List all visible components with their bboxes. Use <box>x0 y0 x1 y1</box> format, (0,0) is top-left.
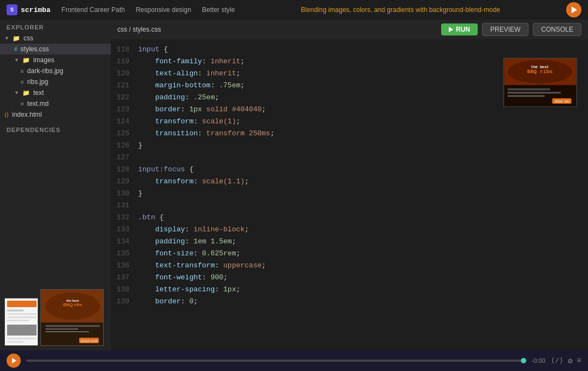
svg-rect-16 <box>45 331 89 332</box>
time-label: -0:00 <box>532 357 545 364</box>
line-code[interactable] <box>138 200 588 212</box>
line-number: 123 <box>111 104 138 116</box>
settings-icon[interactable]: ⚙ <box>568 356 572 366</box>
svg-rect-6 <box>7 325 37 336</box>
line-code[interactable]: letter-spacing: 1px; <box>138 284 588 296</box>
sidebar: EXPLORER ▼ 📁 css # styles.css ▼ 📁 images… <box>0 20 111 350</box>
line-number: 126 <box>111 140 138 152</box>
preview-thumbnail: the best BBQ ribs ORDER NOW <box>503 58 577 107</box>
svg-rect-2 <box>7 309 23 312</box>
nav-item-style[interactable]: Better style <box>202 6 235 14</box>
progress-indicator <box>521 358 526 363</box>
line-number: 139 <box>111 296 138 308</box>
code-line: 118input { <box>111 44 588 56</box>
chevron-down-icon: ▼ <box>14 57 19 63</box>
run-button[interactable]: RUN <box>441 23 478 35</box>
svg-text:BBQ ribs: BBQ ribs <box>63 302 82 307</box>
bottom-bar: -0:00 ⟨/⟩ ⚙ ≡ <box>0 350 588 371</box>
editor-toolbar: css / styles.css RUN PREVIEW CONSOLE <box>111 20 588 39</box>
sidebar-item-text-folder[interactable]: ▼ 📁 text <box>0 87 111 98</box>
svg-rect-25 <box>507 92 561 94</box>
sidebar-item-text-md[interactable]: ≡ text.md <box>0 98 111 109</box>
line-code[interactable]: padding: 1em 1.5em; <box>138 236 588 248</box>
line-number: 133 <box>111 224 138 236</box>
line-code[interactable]: text-transform: uppercase; <box>138 260 588 272</box>
logo-text: scrimba <box>21 6 51 14</box>
code-line: 139 border: 0; <box>111 296 588 308</box>
code-line: 136 text-transform: uppercase; <box>111 260 588 272</box>
line-number: 135 <box>111 248 138 260</box>
line-code[interactable]: transform: scale(1); <box>138 116 588 128</box>
chevron-down-icon: ▼ <box>14 90 19 95</box>
line-number: 120 <box>111 68 138 80</box>
line-code[interactable]: transform: scale(1.1); <box>138 176 588 188</box>
svg-rect-3 <box>7 313 37 315</box>
play-button-bottom[interactable] <box>7 354 21 368</box>
line-code[interactable] <box>138 152 588 164</box>
bottom-icons: ⟨/⟩ ⚙ ≡ <box>551 356 581 366</box>
line-number: 129 <box>111 176 138 188</box>
code-line: 133 display: inline-block; <box>111 224 588 236</box>
code-icon[interactable]: ⟨/⟩ <box>551 356 563 365</box>
line-number: 121 <box>111 80 138 92</box>
code-line: 128input:focus { <box>111 164 588 176</box>
line-number: 130 <box>111 188 138 200</box>
nav-item-responsive[interactable]: Responsive design <box>136 6 191 14</box>
preview-thumb-main[interactable]: the best BBQ ribs ORDER NOW <box>40 289 104 346</box>
nav-item-frontend[interactable]: Frontend Career Path <box>62 6 125 14</box>
svg-rect-5 <box>7 320 29 321</box>
chevron-down-icon: ▼ <box>4 35 9 41</box>
line-number: 124 <box>111 116 138 128</box>
line-code[interactable]: border: 0; <box>138 296 588 308</box>
line-code[interactable]: } <box>138 140 588 152</box>
file-styles-label: styles.css <box>21 45 49 53</box>
run-arrow-icon <box>449 27 453 32</box>
breadcrumb-sep: / <box>129 26 133 33</box>
progress-bar[interactable] <box>26 360 526 362</box>
line-code[interactable]: font-weight: 900; <box>138 272 588 284</box>
console-button[interactable]: CONSOLE <box>533 23 581 36</box>
svg-rect-24 <box>507 88 550 91</box>
file-index-label: index.html <box>12 111 42 118</box>
logo[interactable]: S scrimba <box>7 4 51 15</box>
folder-icon: 📁 <box>22 57 30 64</box>
top-play-button[interactable] <box>566 2 581 17</box>
preview-button[interactable]: PREVIEW <box>482 23 528 36</box>
sidebar-item-index-html[interactable]: ⟨⟩ index.html <box>0 109 111 120</box>
line-number: 118 <box>111 44 138 56</box>
line-number: 132 <box>111 212 138 224</box>
line-number: 131 <box>111 200 138 212</box>
line-code[interactable]: display: inline-block; <box>138 224 588 236</box>
css-file-icon: # <box>14 46 17 52</box>
svg-rect-7 <box>7 338 37 339</box>
line-code[interactable]: input { <box>138 44 588 56</box>
sidebar-item-css-folder[interactable]: ▼ 📁 css <box>0 33 111 44</box>
line-code[interactable]: } <box>138 188 588 200</box>
svg-text:ORDER NOW: ORDER NOW <box>80 339 98 343</box>
sidebar-item-ribs[interactable]: ≡ ribs.jpg <box>0 76 111 87</box>
line-number: 137 <box>111 272 138 284</box>
svg-rect-15 <box>45 328 78 330</box>
play-icon-bottom <box>12 358 16 363</box>
lesson-title: Blending images, colors, and gradients w… <box>246 6 555 14</box>
code-line: 125 transition: transform 250ms; <box>111 128 588 140</box>
svg-text:ORDER NOW: ORDER NOW <box>555 100 569 103</box>
sidebar-item-dark-ribs[interactable]: ≡ dark-ribs.jpg <box>0 65 111 76</box>
img-file-icon: ≡ <box>21 68 24 74</box>
sidebar-item-styles-css[interactable]: # styles.css <box>0 44 111 55</box>
preview-thumb-small-1[interactable] <box>4 298 38 346</box>
code-line: 126} <box>111 140 588 152</box>
line-number: 136 <box>111 260 138 272</box>
folder-icon: 📁 <box>22 89 30 97</box>
line-number: 128 <box>111 164 138 176</box>
line-code[interactable]: .btn { <box>138 212 588 224</box>
line-number: 122 <box>111 92 138 104</box>
line-code[interactable]: input:focus { <box>138 164 588 176</box>
line-number: 125 <box>111 128 138 140</box>
menu-icon[interactable]: ≡ <box>577 356 581 365</box>
line-code[interactable]: font-size: 0.625rem; <box>138 248 588 260</box>
sidebar-item-images-folder[interactable]: ▼ 📁 images <box>0 55 111 65</box>
code-line: 124 transform: scale(1); <box>111 116 588 128</box>
line-code[interactable]: transition: transform 250ms; <box>138 128 588 140</box>
file-dark-ribs-label: dark-ribs.jpg <box>27 67 63 75</box>
